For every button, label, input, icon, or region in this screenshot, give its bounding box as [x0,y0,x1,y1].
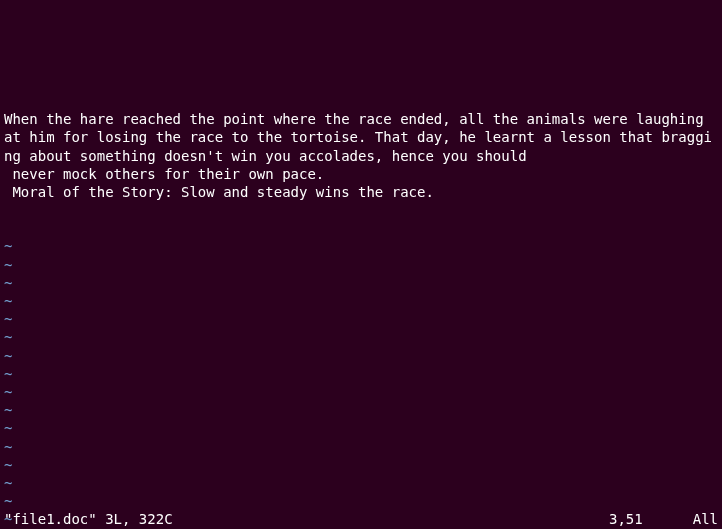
empty-line-marker: ~ [4,474,718,492]
status-cursor-position: 3,51 [609,510,643,528]
empty-line-marker: ~ [4,419,718,437]
empty-line-marker: ~ [4,292,718,310]
buffer-line-3: Moral of the Story: Slow and steady wins… [4,184,434,200]
editor-area[interactable]: When the hare reached the point where th… [0,73,722,529]
empty-line-marker: ~ [4,365,718,383]
status-filename: "file1.doc" 3L, 322C [4,510,609,528]
empty-line-marker: ~ [4,456,718,474]
buffer-line-1: When the hare reached the point where th… [4,111,712,163]
empty-line-marker: ~ [4,237,718,255]
status-bar: "file1.doc" 3L, 322C 3,51 All [0,509,722,529]
empty-line-marker: ~ [4,274,718,292]
empty-line-marker: ~ [4,383,718,401]
empty-line-marker: ~ [4,256,718,274]
buffer-line-2: never mock others for their own pace. [4,166,324,182]
status-scroll-indicator: All [693,510,718,528]
empty-line-marker: ~ [4,401,718,419]
empty-line-marker: ~ [4,438,718,456]
buffer-content[interactable]: When the hare reached the point where th… [4,110,718,201]
empty-line-marker: ~ [4,310,718,328]
empty-line-markers: ~~~~~~~~~~~~~~~~~~~~~~ [4,237,718,529]
empty-line-marker: ~ [4,492,718,510]
empty-line-marker: ~ [4,347,718,365]
empty-line-marker: ~ [4,328,718,346]
